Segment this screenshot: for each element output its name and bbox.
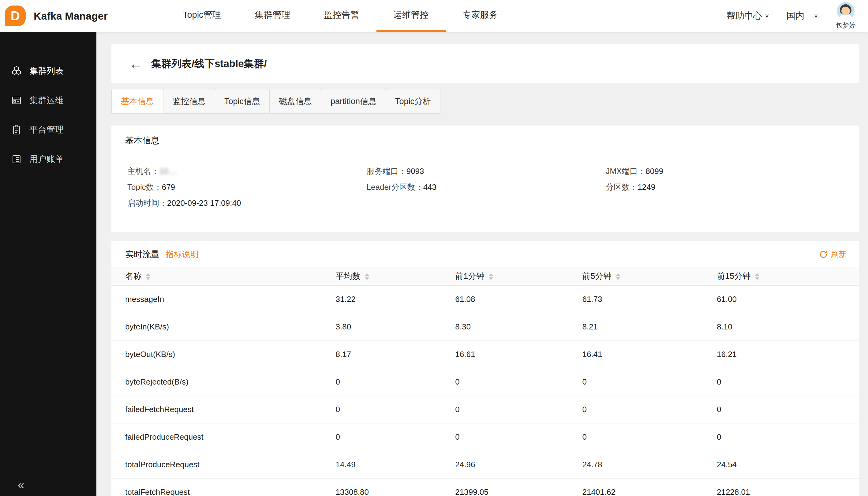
tab-2[interactable]: Topic信息 [215, 89, 270, 113]
info-field-value: 10.... [159, 167, 177, 176]
avatar-face [841, 7, 850, 15]
metric-value-cell: 0 [717, 368, 859, 396]
column-header-2[interactable]: 前1分钟 [455, 267, 582, 285]
metric-name-cell: failedProduceRequest [111, 423, 336, 451]
billing-list-icon [11, 154, 22, 165]
topbar: D Kafka Manager Topic管理集群管理监控告警运维管控专家服务 … [0, 0, 868, 32]
sidebar-item-1[interactable]: 集群运维 [0, 86, 96, 115]
metric-value-cell: 0 [717, 423, 859, 451]
info-field-value: 8099 [646, 167, 663, 176]
help-center-label: 帮助中心 [727, 10, 762, 22]
tab-1[interactable]: 监控信息 [163, 89, 215, 113]
metric-help-link[interactable]: 指标说明 [165, 249, 199, 260]
table-row: byteIn(KB/s)3.808.308.218.10 [111, 313, 859, 340]
metric-value-cell: 31.22 [336, 285, 455, 313]
help-center-menu[interactable]: 帮助中心 ∨ [727, 10, 770, 22]
app-logo-icon: D [5, 5, 26, 26]
metric-value-cell: 0 [336, 396, 455, 423]
info-field-value: 679 [162, 183, 175, 192]
user-menu[interactable]: 包梦婷 [836, 2, 856, 30]
nav-item-1[interactable]: 集群管理 [238, 0, 307, 32]
user-name: 包梦婷 [836, 21, 856, 30]
sidebar-item-label: 集群列表 [29, 65, 64, 77]
topbar-right: 帮助中心 ∨ 国内 ∨ 包梦婷 [727, 2, 868, 30]
nav-item-2[interactable]: 监控告警 [307, 0, 377, 32]
metric-value-cell: 21401.62 [582, 478, 717, 496]
sort-caret-icon[interactable] [616, 273, 620, 280]
main-content: ← 集群列表/线下stable集群/ 基本信息监控信息Topic信息磁盘信息pa… [96, 32, 868, 496]
tab-3[interactable]: 磁盘信息 [269, 89, 321, 113]
metric-value-cell: 24.54 [717, 451, 859, 478]
info-field-1: 服务端口：9093 [367, 163, 606, 179]
info-field-label: 启动时间： [127, 198, 167, 207]
metric-value-cell: 0 [336, 368, 455, 396]
sidebar-item-0[interactable]: 集群列表 [0, 56, 96, 86]
table-body: messageIn31.2261.0861.7361.00byteIn(KB/s… [111, 285, 859, 496]
region-menu[interactable]: 国内 ∨ [787, 10, 818, 22]
avatar-shirt [839, 15, 852, 20]
sort-caret-icon[interactable] [489, 273, 493, 280]
metric-value-cell: 0 [582, 396, 717, 423]
sort-caret-icon[interactable] [755, 273, 759, 280]
tabs-bar: 基本信息监控信息Topic信息磁盘信息partition信息Topic分析 [111, 89, 859, 113]
region-label: 国内 [787, 10, 804, 22]
info-field-label: JMX端口： [606, 167, 646, 176]
sort-caret-icon[interactable] [146, 273, 150, 280]
metric-value-cell: 8.30 [455, 313, 582, 340]
sidebar-items: 集群列表集群运维平台管理用户账单 [0, 56, 96, 174]
refresh-label: 刷新 [831, 249, 847, 260]
table-row: totalFetchRequest13308.8021399.0521401.6… [111, 478, 859, 496]
metric-name-cell: totalFetchRequest [111, 478, 336, 496]
metric-name-cell: byteRejected(B/s) [111, 368, 336, 396]
column-header-1[interactable]: 平均数 [336, 267, 455, 285]
back-arrow-icon[interactable]: ← [129, 57, 143, 71]
chevron-down-icon: ∨ [814, 13, 818, 19]
body-row: 集群列表集群运维平台管理用户账单 « ← 集群列表/线下stable集群/ 基本… [0, 32, 868, 496]
column-header-label: 名称 [125, 272, 142, 281]
refresh-icon [819, 250, 827, 259]
app-root: D Kafka Manager Topic管理集群管理监控告警运维管控专家服务 … [0, 0, 868, 496]
info-field-value: 1249 [637, 183, 655, 192]
metric-value-cell: 14.49 [336, 451, 455, 478]
sidebar-item-2[interactable]: 平台管理 [0, 115, 96, 144]
sidebar-item-label: 平台管理 [29, 124, 64, 136]
top-nav: Topic管理集群管理监控告警运维管控专家服务 [166, 0, 515, 32]
nav-item-0[interactable]: Topic管理 [166, 0, 238, 32]
metric-name-cell: failedFetchRequest [111, 396, 336, 423]
cluster-ops-icon [11, 95, 22, 106]
info-field-0: 主机名：10.... [127, 163, 367, 179]
page-header: ← 集群列表/线下stable集群/ [111, 44, 859, 83]
table-row: byteRejected(B/s)0000 [111, 368, 859, 396]
column-header-label: 前1分钟 [455, 272, 485, 281]
nav-item-4[interactable]: 专家服务 [446, 0, 515, 32]
table-header-row: 名称平均数前1分钟前5分钟前15分钟 [111, 267, 859, 285]
tab-4[interactable]: partition信息 [321, 89, 386, 113]
info-field-6: 启动时间：2020-09-23 17:09:40 [127, 195, 367, 211]
metric-value-cell: 24.78 [582, 451, 717, 478]
metric-value-cell: 61.73 [582, 285, 717, 313]
metric-value-cell: 8.21 [582, 313, 717, 340]
table-row: messageIn31.2261.0861.7361.00 [111, 285, 859, 313]
column-header-4[interactable]: 前15分钟 [717, 267, 859, 285]
info-field-label: Topic数： [127, 183, 162, 192]
sort-caret-icon[interactable] [365, 273, 369, 280]
metric-value-cell: 21399.05 [455, 478, 582, 496]
info-field-5: 分区数：1249 [606, 179, 845, 195]
sidebar-item-3[interactable]: 用户账单 [0, 144, 96, 174]
sidebar-item-label: 集群运维 [29, 95, 64, 106]
metric-value-cell: 61.00 [717, 285, 859, 313]
metric-value-cell: 0 [582, 423, 717, 451]
tab-0[interactable]: 基本信息 [111, 89, 163, 113]
refresh-button[interactable]: 刷新 [819, 249, 847, 260]
metric-value-cell: 0 [455, 396, 582, 423]
sidebar-collapse-button[interactable]: « [0, 474, 96, 496]
tab-5[interactable]: Topic分析 [385, 89, 440, 113]
info-field-4: Leader分区数：443 [367, 179, 606, 195]
nav-item-3[interactable]: 运维管控 [377, 0, 446, 32]
metric-value-cell: 3.80 [336, 313, 455, 340]
metric-value-cell: 0 [455, 423, 582, 451]
avatar[interactable] [837, 2, 854, 20]
column-header-0[interactable]: 名称 [111, 267, 336, 285]
column-header-3[interactable]: 前5分钟 [582, 267, 717, 285]
platform-clipboard-icon [11, 124, 22, 135]
